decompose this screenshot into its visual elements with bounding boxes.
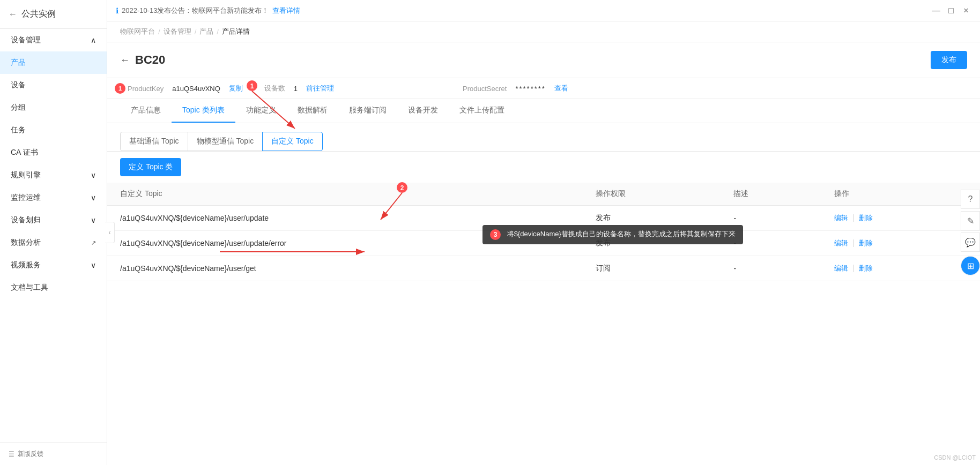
annotation-3-badge: 3 bbox=[490, 229, 501, 240]
pencil-icon: ✎ bbox=[967, 216, 974, 226]
row1-actions: 编辑 | 删除 bbox=[821, 206, 980, 231]
row2-edit-link[interactable]: 编辑 bbox=[834, 239, 848, 247]
row3-desc: - bbox=[721, 256, 821, 281]
breadcrumb-sep3: / bbox=[217, 28, 219, 36]
announcement-bar: ℹ 2022-10-13发布公告：物联网平台新功能发布！ 查看详情 bbox=[116, 6, 300, 16]
product-secret-label: ProductSecret bbox=[463, 85, 507, 93]
sub-tab-basic[interactable]: 基础通信 Topic bbox=[120, 132, 188, 151]
edit-float-button[interactable]: ✎ bbox=[961, 211, 980, 230]
page-body: 物联网平台 / 设备管理 / 产品 / 产品详情 ← BC20 发布 1 Pro… bbox=[107, 21, 980, 465]
product-key-label: ProductKey bbox=[128, 85, 164, 93]
product-key-value: a1uQS4uvXNQ bbox=[172, 85, 220, 93]
sidebar-item-device-assign[interactable]: 设备划归 ∨ bbox=[0, 209, 107, 231]
view-link[interactable]: 查看 bbox=[554, 84, 568, 93]
product-info: 1 ProductKey a1uQS4uvXNQ 复制 设备数 1 前往管理 P… bbox=[107, 78, 980, 99]
chevron-down-icon-assign: ∨ bbox=[91, 216, 96, 224]
row3-topic: /a1uQS4uvXNQ/${deviceName}/user/get bbox=[107, 256, 583, 281]
tab-data-parse[interactable]: 数据解析 bbox=[287, 99, 338, 123]
page-header: ← BC20 发布 bbox=[107, 42, 980, 78]
sidebar-item-rules[interactable]: 规则引擎 ∨ bbox=[0, 164, 107, 186]
breadcrumb-product[interactable]: 产品 bbox=[199, 27, 213, 36]
announcement-text: 2022-10-13发布公告：物联网平台新功能发布！ bbox=[122, 6, 269, 16]
col-permission: 操作权限 bbox=[583, 183, 721, 206]
product-key-item: 1 ProductKey a1uQS4uvXNQ 复制 bbox=[120, 84, 243, 93]
help-float-button[interactable]: ? bbox=[961, 190, 980, 209]
define-topic-button[interactable]: 定义 Topic 类 bbox=[120, 158, 181, 176]
chevron-down-icon-monitor: ∨ bbox=[91, 193, 96, 202]
sub-tab-custom[interactable]: 自定义 Topic bbox=[262, 132, 323, 151]
col-topic: 自定义 Topic bbox=[107, 183, 583, 206]
minimize-button[interactable]: — bbox=[931, 5, 941, 16]
info-icon: ℹ bbox=[116, 6, 118, 15]
device-count-item: 设备数 1 前往管理 bbox=[264, 84, 334, 93]
back-icon[interactable]: ← bbox=[9, 10, 17, 19]
row2-delete-link[interactable]: 删除 bbox=[859, 239, 873, 247]
main-area: ℹ 2022-10-13发布公告：物联网平台新功能发布！ 查看详情 — □ × … bbox=[107, 0, 980, 465]
table-header-row: 自定义 Topic 操作权限 描述 操作 bbox=[107, 183, 980, 206]
chevron-up-icon: ∧ bbox=[91, 36, 96, 44]
tab-file-upload[interactable]: 文件上传配置 bbox=[449, 99, 515, 123]
sidebar-collapse-button[interactable]: ‹ bbox=[105, 222, 115, 243]
publish-button[interactable]: 发布 bbox=[931, 51, 967, 69]
chat-float-button[interactable]: 💬 bbox=[961, 232, 980, 252]
breadcrumb: 物联网平台 / 设备管理 / 产品 / 产品详情 bbox=[107, 21, 980, 42]
sidebar-item-task[interactable]: 任务 bbox=[0, 119, 107, 141]
chevron-down-icon: ∨ bbox=[91, 171, 96, 179]
sidebar-item-docs[interactable]: 文档与工具 bbox=[0, 276, 107, 299]
sidebar-footer[interactable]: ☰ 新版反馈 bbox=[0, 442, 107, 465]
grid-float-button[interactable]: ⊞ bbox=[961, 256, 980, 275]
page-title: BC20 bbox=[135, 53, 165, 67]
breadcrumb-iot[interactable]: 物联网平台 bbox=[120, 27, 155, 36]
sub-tab-iot-model[interactable]: 物模型通信 Topic bbox=[188, 132, 263, 151]
table-row: /a1uQS4uvXNQ/${deviceName}/user/get 订阅 -… bbox=[107, 256, 980, 281]
divider1: | bbox=[852, 213, 855, 222]
grid-icon: ⊞ bbox=[967, 261, 974, 271]
sidebar-item-ca[interactable]: CA 证书 bbox=[0, 141, 107, 164]
breadcrumb-current: 产品详情 bbox=[222, 27, 250, 36]
divider2: | bbox=[852, 238, 855, 247]
watermark: CSDN @LCIOT bbox=[934, 454, 976, 461]
right-float-panel: ? ✎ 💬 ⊞ bbox=[961, 190, 980, 275]
action-bar: 定义 Topic 类 bbox=[107, 152, 980, 183]
manage-link[interactable]: 前往管理 bbox=[306, 84, 334, 93]
chat-icon: 💬 bbox=[965, 237, 976, 248]
sidebar-item-data-analysis[interactable]: 数据分析 ↗ bbox=[0, 231, 107, 254]
breadcrumb-device-mgmt[interactable]: 设备管理 bbox=[164, 27, 191, 36]
close-button[interactable]: × bbox=[961, 5, 971, 16]
sidebar-item-video[interactable]: 视频服务 ∨ bbox=[0, 254, 107, 276]
tab-device-dev[interactable]: 设备开发 bbox=[397, 99, 449, 123]
sidebar-item-device-mgmt[interactable]: 设备管理 ∧ bbox=[0, 29, 107, 51]
feedback-label: 新版反馈 bbox=[18, 449, 43, 459]
row1-edit-link[interactable]: 编辑 bbox=[834, 214, 848, 222]
tab-product-info[interactable]: 产品信息 bbox=[120, 99, 172, 123]
divider3: | bbox=[852, 264, 855, 272]
sidebar-item-group[interactable]: 分组 bbox=[0, 96, 107, 119]
feedback-icon: ☰ bbox=[9, 451, 14, 458]
page-back-button[interactable]: ← bbox=[120, 55, 130, 66]
col-action: 操作 bbox=[821, 183, 980, 206]
device-count-value: 1 bbox=[294, 85, 298, 93]
external-icon: ↗ bbox=[91, 239, 96, 246]
row3-delete-link[interactable]: 删除 bbox=[859, 264, 873, 272]
annotation-1: 1 bbox=[115, 83, 125, 94]
tab-function-def[interactable]: 功能定义 bbox=[235, 99, 287, 123]
sidebar-item-product[interactable]: 产品 bbox=[0, 51, 107, 74]
row3-edit-link[interactable]: 编辑 bbox=[834, 264, 848, 272]
col-desc: 描述 bbox=[721, 183, 821, 206]
row1-delete-link[interactable]: 删除 bbox=[859, 214, 873, 222]
tooltip-overlay: 3 将${deviceName}替换成自己的设备名称，替换完成之后将其复制保存下… bbox=[482, 225, 743, 244]
topbar: ℹ 2022-10-13发布公告：物联网平台新功能发布！ 查看详情 — □ × bbox=[107, 0, 980, 21]
product-secret-item: ProductSecret ******** 查看 bbox=[463, 84, 568, 93]
tab-server-sub[interactable]: 服务端订阅 bbox=[338, 99, 397, 123]
chevron-down-icon-video: ∨ bbox=[91, 261, 96, 269]
product-secret-value: ******** bbox=[515, 85, 545, 93]
sidebar: ← 公共实例 设备管理 ∧ 产品 设备 分组 任务 CA 证书 规则引擎 ∨ 监… bbox=[0, 0, 107, 465]
sidebar-title: 公共实例 bbox=[21, 9, 56, 20]
sub-tabs-area: 基础通信 Topic 物模型通信 Topic 自定义 Topic bbox=[107, 123, 980, 152]
copy-link[interactable]: 复制 bbox=[229, 84, 243, 93]
tab-topic-list[interactable]: Topic 类列表 bbox=[172, 99, 235, 123]
announcement-link[interactable]: 查看详情 bbox=[272, 6, 300, 16]
maximize-button[interactable]: □ bbox=[946, 5, 956, 16]
sidebar-item-device[interactable]: 设备 bbox=[0, 74, 107, 96]
sidebar-item-monitor[interactable]: 监控运维 ∨ bbox=[0, 186, 107, 209]
